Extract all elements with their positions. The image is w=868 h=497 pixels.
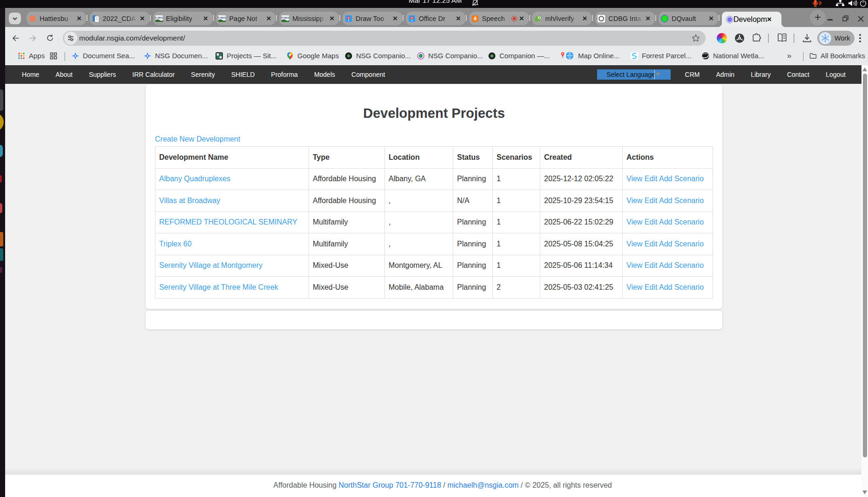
svg-text:USDA: USDA bbox=[155, 16, 163, 19]
svg-text:USDA: USDA bbox=[218, 16, 226, 19]
svg-text:USDA: USDA bbox=[282, 16, 289, 19]
